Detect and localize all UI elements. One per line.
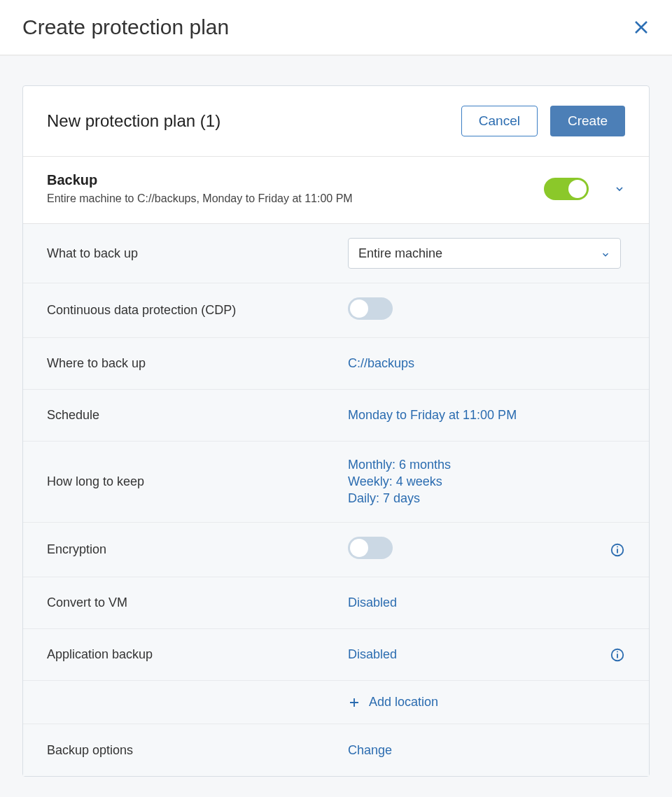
svg-point-5 (617, 651, 618, 652)
close-icon[interactable] (633, 19, 650, 36)
row-what-to-backup: What to back up Entire machine (23, 224, 649, 283)
convert-value[interactable]: Disabled (348, 595, 625, 610)
appbackup-value[interactable]: Disabled (348, 647, 601, 662)
schedule-label: Schedule (47, 408, 348, 423)
encryption-label: Encryption (47, 542, 348, 557)
what-to-backup-value: Entire machine (358, 246, 442, 261)
info-icon[interactable] (610, 647, 625, 663)
cancel-button[interactable]: Cancel (461, 106, 538, 136)
info-icon[interactable] (610, 542, 625, 558)
row-backup-options: Backup options Change (23, 724, 649, 776)
content-area: New protection plan (1) Cancel Create Ba… (0, 55, 672, 797)
panel-head: New protection plan (1) Cancel Create (23, 86, 649, 157)
where-label: Where to back up (47, 356, 348, 371)
schedule-value[interactable]: Monday to Friday at 11:00 PM (348, 408, 625, 423)
where-value[interactable]: C://backups (348, 356, 625, 371)
what-to-backup-label: What to back up (47, 246, 348, 261)
chevron-down-icon[interactable] (614, 183, 625, 195)
panel-title: New protection plan (1) (47, 111, 220, 131)
keep-values[interactable]: Monthly: 6 months Weekly: 4 weeks Daily:… (348, 456, 625, 508)
what-to-backup-select[interactable]: Entire machine (348, 238, 621, 269)
row-schedule: Schedule Monday to Friday at 11:00 PM (23, 390, 649, 442)
row-encryption: Encryption (23, 523, 649, 577)
cdp-toggle[interactable] (348, 297, 393, 320)
svg-point-2 (617, 546, 618, 547)
keep-weekly: Weekly: 4 weeks (348, 474, 625, 489)
row-cdp: Continuous data protection (CDP) (23, 283, 649, 338)
plan-panel: New protection plan (1) Cancel Create Ba… (22, 85, 650, 777)
backup-section-head: Backup Entire machine to C://backups, Mo… (23, 157, 649, 224)
options-label: Backup options (47, 743, 348, 758)
options-value[interactable]: Change (348, 743, 625, 758)
cdp-label: Continuous data protection (CDP) (47, 303, 348, 318)
backup-summary: Entire machine to C://backups, Monday to… (47, 192, 353, 205)
row-app-backup: Application backup Disabled (23, 629, 649, 681)
row-convert-vm: Convert to VM Disabled (23, 577, 649, 629)
row-keep: How long to keep Monthly: 6 months Weekl… (23, 442, 649, 523)
keep-daily: Daily: 7 days (348, 491, 625, 506)
head-buttons: Cancel Create (461, 106, 625, 136)
modal-header: Create protection plan (0, 0, 672, 55)
backup-toggle[interactable] (544, 178, 589, 200)
add-location-button[interactable]: Add location (348, 695, 438, 710)
encryption-toggle[interactable] (348, 537, 393, 559)
chevron-down-icon (601, 248, 610, 258)
keep-monthly: Monthly: 6 months (348, 458, 625, 472)
keep-label: How long to keep (47, 474, 348, 489)
page-title: Create protection plan (22, 15, 229, 39)
add-location-label: Add location (369, 695, 438, 710)
row-where: Where to back up C://backups (23, 338, 649, 390)
appbackup-label: Application backup (47, 647, 348, 662)
backup-title: Backup (47, 172, 353, 188)
plus-icon (348, 696, 360, 709)
create-button[interactable]: Create (550, 106, 625, 136)
row-add-location: Add location (23, 681, 649, 724)
convert-label: Convert to VM (47, 595, 348, 610)
